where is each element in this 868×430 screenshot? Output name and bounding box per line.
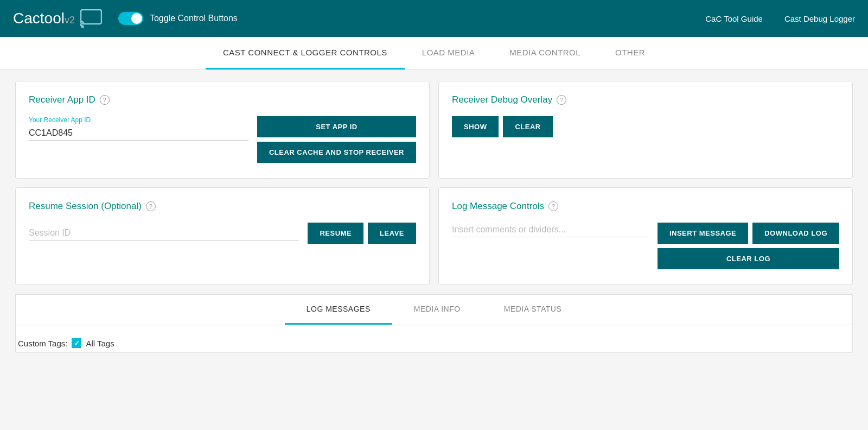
receiver-debug-buttons: SHOW CLEAR xyxy=(452,116,839,137)
resume-button[interactable]: RESUME xyxy=(308,223,363,244)
resume-session-title-text: Resume Session (Optional) xyxy=(29,201,142,212)
set-app-id-button[interactable]: SET APP ID xyxy=(257,116,416,137)
receiver-debug-title: Receiver Debug Overlay ? xyxy=(452,94,839,105)
download-log-button[interactable]: DOWNLOAD LOG xyxy=(752,223,839,244)
resume-session-panel: Resume Session (Optional) ? RESUME LEAVE xyxy=(15,187,430,285)
receiver-app-id-panel: Receiver App ID ? Your Receiver App ID S… xyxy=(15,81,430,179)
tab-load-media[interactable]: LOAD MEDIA xyxy=(405,37,493,69)
clear-cache-stop-button[interactable]: CLEAR CACHE AND STOP RECEIVER xyxy=(257,142,416,163)
resume-session-content: RESUME LEAVE xyxy=(29,223,416,244)
insert-message-button[interactable]: INSERT MESSAGE xyxy=(658,223,748,244)
main-tabs: CAST CONNECT & LOGGER CONTROLS LOAD MEDI… xyxy=(0,37,868,70)
app-header: Cactoolv2 Toggle Control Buttons CaC Too… xyxy=(0,0,868,37)
tab-log-messages[interactable]: LOG MESSAGES xyxy=(285,295,392,325)
clear-log-button[interactable]: CLEAR LOG xyxy=(658,248,839,269)
bottom-tabs: LOG MESSAGES MEDIA INFO MEDIA STATUS xyxy=(16,294,852,325)
log-top-buttons: INSERT MESSAGE DOWNLOAD LOG xyxy=(658,223,839,244)
tab-media-info[interactable]: MEDIA INFO xyxy=(392,295,482,325)
show-debug-button[interactable]: SHOW xyxy=(452,116,499,137)
log-message-title-text: Log Message Controls xyxy=(452,201,544,212)
tab-media-status[interactable]: MEDIA STATUS xyxy=(482,295,584,325)
bottom-section: LOG MESSAGES MEDIA INFO MEDIA STATUS Cus… xyxy=(15,294,853,353)
logo-text: Cactoolv2 xyxy=(13,10,75,27)
logo-name: Cactool xyxy=(13,10,65,27)
resume-session-help-icon[interactable]: ? xyxy=(146,201,156,211)
session-id-input[interactable] xyxy=(29,226,299,241)
logo-area: Cactoolv2 xyxy=(13,9,102,28)
leave-button[interactable]: LEAVE xyxy=(368,223,416,244)
log-message-buttons: INSERT MESSAGE DOWNLOAD LOG CLEAR LOG xyxy=(658,223,839,269)
custom-tags-row: Custom Tags: All Tags xyxy=(16,334,852,352)
controls-grid: Receiver App ID ? Your Receiver App ID S… xyxy=(15,81,853,285)
receiver-app-id-title: Receiver App ID ? xyxy=(29,94,416,105)
cast-icon xyxy=(80,9,102,28)
log-message-input-area xyxy=(452,223,649,237)
log-message-help-icon[interactable]: ? xyxy=(548,201,558,211)
log-message-content: INSERT MESSAGE DOWNLOAD LOG CLEAR LOG xyxy=(452,223,839,269)
main-content: Receiver App ID ? Your Receiver App ID S… xyxy=(0,70,868,364)
toggle-switch[interactable] xyxy=(118,12,143,25)
receiver-app-id-input[interactable] xyxy=(29,126,248,141)
resume-session-title: Resume Session (Optional) ? xyxy=(29,201,416,212)
all-tags-label: All Tags xyxy=(86,339,114,348)
receiver-debug-help-icon[interactable]: ? xyxy=(557,95,566,105)
tab-cast-connect[interactable]: CAST CONNECT & LOGGER CONTROLS xyxy=(206,37,405,69)
receiver-app-id-title-text: Receiver App ID xyxy=(29,94,95,105)
receiver-debug-title-text: Receiver Debug Overlay xyxy=(452,94,552,105)
receiver-app-id-input-area: Your Receiver App ID xyxy=(29,116,248,141)
receiver-app-id-buttons: SET APP ID CLEAR CACHE AND STOP RECEIVER xyxy=(257,116,416,163)
cast-debug-logger-link[interactable]: Cast Debug Logger xyxy=(784,14,855,23)
all-tags-checkbox[interactable] xyxy=(72,338,81,348)
toggle-area: Toggle Control Buttons xyxy=(118,12,238,25)
log-message-input[interactable] xyxy=(452,223,649,237)
log-message-panel: Log Message Controls ? INSERT MESSAGE DO… xyxy=(438,187,853,285)
log-message-title: Log Message Controls ? xyxy=(452,201,839,212)
svg-rect-0 xyxy=(81,10,101,24)
resume-session-input-area xyxy=(29,226,299,241)
receiver-app-id-help-icon[interactable]: ? xyxy=(100,95,110,105)
cac-tool-guide-link[interactable]: CaC Tool Guide xyxy=(705,14,763,23)
receiver-debug-panel: Receiver Debug Overlay ? SHOW CLEAR xyxy=(438,81,853,179)
toggle-label: Toggle Control Buttons xyxy=(150,14,238,23)
tab-media-control[interactable]: MEDIA CONTROL xyxy=(492,37,598,69)
receiver-app-id-input-label: Your Receiver App ID xyxy=(29,116,248,124)
resume-session-buttons: RESUME LEAVE xyxy=(308,223,416,244)
clear-debug-button[interactable]: CLEAR xyxy=(503,116,552,137)
tab-other[interactable]: OTHER xyxy=(598,37,662,69)
header-nav: CaC Tool Guide Cast Debug Logger xyxy=(705,14,855,23)
logo-version: v2 xyxy=(65,15,75,26)
receiver-app-id-content: Your Receiver App ID SET APP ID CLEAR CA… xyxy=(29,116,416,163)
custom-tags-label: Custom Tags: xyxy=(18,339,67,348)
